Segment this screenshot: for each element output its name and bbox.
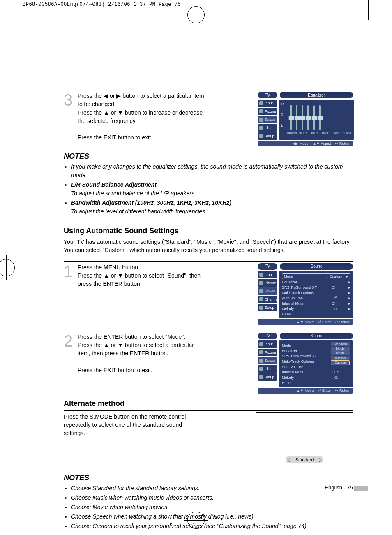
osd-side-picture: Picture: [258, 108, 277, 115]
menu-value: : On: [332, 375, 350, 380]
osd-hint-return: ↩ Return: [335, 141, 350, 146]
step-1-row: 1 Press the MENU button. Press the ▲ or …: [64, 261, 353, 325]
note-item: Choose Standard for the standard factory…: [71, 484, 353, 493]
step2-line3: Press the EXIT button to exit.: [78, 367, 152, 373]
slider-thumb-icon: [300, 116, 306, 120]
osd-hint-return: ↩ Return: [335, 389, 350, 393]
osd-side-label: Input: [265, 273, 273, 277]
osd-side-label: Picture: [265, 350, 276, 354]
osd-side-label: Channel: [265, 297, 279, 301]
osd-side-setup: Setup: [258, 304, 277, 311]
eq-x-label: 10KHz: [343, 132, 352, 134]
menu-label: Melody: [282, 307, 330, 311]
section-intro: Your TV has automatic sound settings ("S…: [64, 238, 353, 255]
registration-mark-icon: [0, 259, 15, 276]
osd-side-label: Channel: [265, 367, 279, 371]
section-title: Using Automatic Sound Settings: [64, 227, 353, 235]
sound-icon: [259, 289, 263, 293]
eq-x-label: 3KHz: [332, 132, 341, 134]
channel-icon: [259, 367, 263, 371]
osd-side-label: Picture: [265, 281, 276, 285]
sound-icon: [259, 118, 263, 122]
crop-mark: [368, 0, 369, 20]
sound-mode-pill: Standard: [286, 456, 324, 463]
slider-thumb-icon: [306, 116, 311, 120]
sound-icon: [259, 359, 263, 363]
osd-side-label: Setup: [265, 375, 274, 379]
menu-value: : Custom: [327, 274, 346, 278]
step-number: 1: [64, 263, 76, 280]
osd-side-label: Sound: [265, 289, 275, 293]
input-icon: [259, 273, 263, 277]
osd-side-sound: Sound: [258, 287, 277, 295]
osd-tab-title: Sound: [280, 263, 353, 270]
osd-side-label: Sound: [265, 118, 275, 122]
osd-mode-options: Standard Music Movie Speech Custom: [331, 342, 350, 365]
eq-x-label: Balance: [287, 132, 296, 134]
osd-menu-row: Internal Mute: Off▶: [282, 301, 350, 306]
osd-side-label: Input: [265, 342, 273, 346]
menu-label: Reset: [282, 312, 332, 316]
eq-slider: [302, 105, 303, 130]
mode-option-selected: Custom: [331, 360, 350, 365]
osd-hint-move: ◀▶ Move: [293, 141, 309, 146]
eq-y-labels: R 0 L: [281, 102, 284, 127]
osd-side-picture: Picture: [258, 279, 277, 287]
menu-label: Mode: [282, 343, 332, 347]
alt-method-title: Alternate method: [64, 399, 353, 408]
arrow-icon: ▶: [346, 274, 348, 278]
channel-icon: [259, 126, 263, 130]
mode-option: Music: [331, 347, 350, 351]
osd-sound-2: TV Sound Input Picture Sound Channel Set…: [258, 333, 353, 394]
step3-line1: Press the ◀ or ▶ button to select a part…: [78, 93, 204, 107]
step-text: Press the ◀ or ▶ button to select a part…: [76, 92, 205, 142]
picture-icon: [259, 109, 263, 113]
menu-label: Multi-Track Options: [282, 359, 332, 364]
step2-line1: Press the ENTER button to select "Mode".: [78, 334, 185, 340]
step3-line2: Press the ▲ or ▼ button to increase or d…: [78, 109, 203, 124]
step-3-row: 3 Press the ◀ or ▶ button to select a pa…: [64, 90, 353, 146]
osd-menu-row: Melody: On▶: [282, 306, 350, 311]
osd-side-picture: Picture: [258, 349, 277, 356]
menu-label: SRS TruSurround XT: [282, 285, 330, 290]
eq-slider-balance: [290, 105, 292, 130]
menu-label: Internal Mute: [282, 370, 332, 374]
slider-thumb-icon: [294, 116, 300, 120]
osd-side-channel: Channel: [258, 296, 277, 303]
step-number: 2: [64, 333, 76, 349]
page: BP68-00586A-00Eng(074~083) 2/16/06 1:37 …: [0, 0, 392, 535]
osd-sound-1: TV Sound Input Picture Sound Channel Set…: [258, 263, 353, 325]
input-icon: [259, 342, 263, 346]
eq-x-label: 100Hz: [298, 132, 307, 134]
pdf-header-line: BP68-00586A-00Eng(074~083) 2/16/06 1:37 …: [23, 2, 181, 7]
note-sub: To adjust the level of different bandwid…: [71, 208, 207, 215]
step-text: Press the ENTER button to select "Mode".…: [76, 333, 205, 374]
notes-list: Choose Standard for the standard factory…: [64, 484, 353, 530]
osd-side-input: Input: [258, 340, 277, 348]
osd-sidebar: Input Picture Sound Channel Setup: [258, 100, 277, 140]
menu-value: : Off: [330, 296, 348, 300]
mode-option: Movie: [331, 351, 350, 355]
menu-label: Melody: [282, 375, 332, 380]
osd-equalizer: TV Equalizer Input Picture Sound Channel…: [258, 92, 353, 146]
osd-menu-list: Mode: Custom▶ Equalizer▶ SRS TruSurround…: [282, 273, 350, 317]
osd-side-channel: Channel: [258, 365, 277, 373]
menu-label: SRS TruSurround XT: [282, 354, 332, 358]
osd-side-sound: Sound: [258, 116, 277, 123]
osd-footer: ▲▼ Move ⏎ Enter ↩ Return: [258, 388, 353, 394]
step-text: Press the MENU button. Press the ▲ or ▼ …: [76, 263, 205, 288]
eq-sliders: [290, 102, 352, 130]
osd-menu-row: Melody: On: [282, 375, 350, 380]
osd-footer: ◀▶ Move ▲▼ Adjust ↩ Return: [258, 141, 353, 146]
osd-side-label: Channel: [265, 126, 279, 130]
menu-label: Multi-Track Options: [282, 291, 330, 295]
picture-icon: [259, 281, 263, 285]
osd-side-channel: Channel: [258, 124, 277, 132]
osd-side-label: Setup: [265, 134, 274, 138]
osd-menu-row: Multi-Track Options▶: [282, 290, 350, 295]
osd-hint-return: ↩ Return: [335, 320, 350, 324]
osd-hint-move: ▲▼ Move: [296, 389, 314, 393]
registration-mark-icon: [187, 6, 205, 23]
menu-label: Auto Volume: [282, 296, 330, 300]
osd-sidebar: Input Picture Sound Channel Setup: [258, 271, 277, 318]
